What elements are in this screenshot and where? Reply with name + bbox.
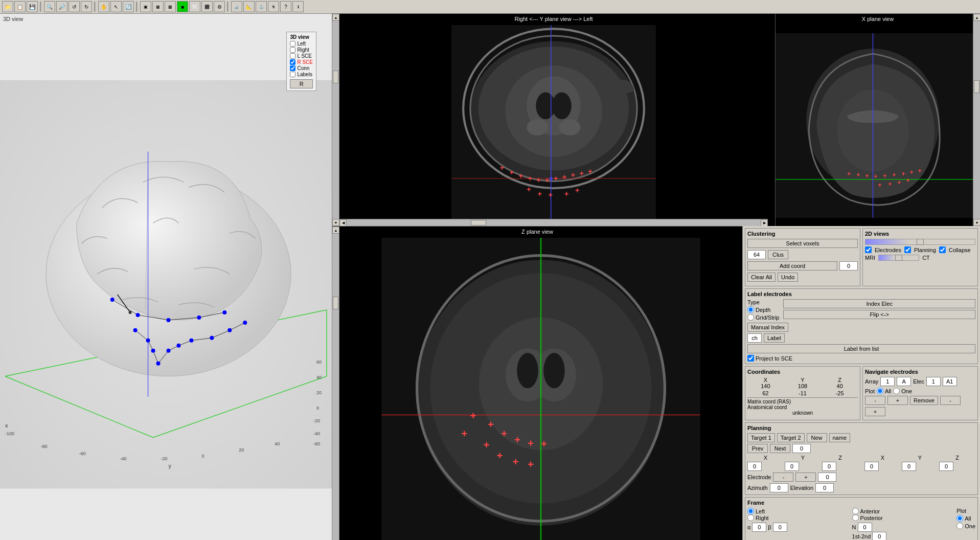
- elec-plus[interactable]: +: [795, 472, 816, 482]
- mri-slider[interactable]: [878, 255, 919, 261]
- scroll-right[interactable]: ▶: [761, 219, 768, 226]
- toolbar-btn10[interactable]: 🔄: [123, 1, 134, 12]
- elec-minus[interactable]: -: [773, 472, 793, 482]
- toolbar-btn11[interactable]: ▣: [140, 1, 151, 12]
- scroll-up-z[interactable]: ▲: [332, 227, 339, 234]
- legend-lsce-check[interactable]: [290, 53, 295, 59]
- toolbar-btn4[interactable]: 🔍: [44, 1, 55, 12]
- undo-btn[interactable]: Undo: [778, 273, 798, 282]
- toolbar-btn15[interactable]: ⬜: [189, 1, 200, 12]
- t1-x-input[interactable]: [747, 462, 762, 471]
- toolbar-open[interactable]: 📁: [2, 1, 13, 12]
- toolbar-btn5[interactable]: 🔎: [56, 1, 67, 12]
- legend-r-button[interactable]: R: [290, 79, 313, 88]
- right-frame-radio[interactable]: [747, 514, 754, 521]
- array-val-input[interactable]: [880, 377, 895, 386]
- n-input[interactable]: [858, 523, 872, 532]
- legend-conn-check[interactable]: [290, 65, 295, 71]
- planning-check[interactable]: [904, 246, 911, 253]
- add-coord-btn[interactable]: Add coord: [747, 261, 837, 271]
- nav-minus2[interactable]: -: [940, 396, 961, 405]
- scroll-down-x[interactable]: ▼: [973, 219, 980, 226]
- toolbar-btn2[interactable]: 📋: [14, 1, 26, 12]
- flip-btn[interactable]: Flip <->: [783, 310, 975, 319]
- nav-plus1[interactable]: +: [887, 396, 908, 405]
- toolbar-btn20[interactable]: ⚓: [256, 1, 267, 12]
- t2-y-input[interactable]: [902, 462, 916, 471]
- project-sce-label: Project to SCE: [756, 355, 792, 362]
- toolbar-btn7[interactable]: ↻: [81, 1, 92, 12]
- target2-btn[interactable]: Target 2: [777, 433, 805, 442]
- elec-val-input[interactable]: [926, 377, 941, 386]
- toolbar-btn12[interactable]: ▦: [152, 1, 164, 12]
- legend-right-check[interactable]: [290, 47, 295, 53]
- clus-btn[interactable]: Clus: [768, 250, 788, 259]
- toolbar-btn3[interactable]: 💾: [27, 1, 38, 12]
- toolbar-btn19[interactable]: 📐: [243, 1, 255, 12]
- gridstrip-radio[interactable]: [747, 314, 754, 321]
- scroll-down[interactable]: ▼: [332, 219, 339, 226]
- t1-z-input[interactable]: [822, 462, 836, 471]
- legend-rsce-check[interactable]: [290, 59, 295, 65]
- add-coord-input[interactable]: [839, 261, 858, 271]
- next-val-input[interactable]: [792, 444, 811, 453]
- collapse-check[interactable]: [939, 246, 946, 253]
- all-radio[interactable]: [877, 388, 883, 394]
- t2-z-input[interactable]: [939, 462, 953, 471]
- legend-conn: Conn: [290, 65, 313, 71]
- toolbar-btn9[interactable]: ↖: [110, 1, 122, 12]
- one-radio[interactable]: [893, 388, 900, 394]
- label-from-list-btn[interactable]: Label from list: [747, 344, 975, 353]
- electrode-val-input[interactable]: [818, 472, 836, 482]
- clear-all-btn[interactable]: Clear All: [747, 273, 776, 282]
- prev-btn[interactable]: Prev: [747, 444, 768, 453]
- manual-index-btn[interactable]: Manual Index: [747, 323, 788, 332]
- toolbar-btn17[interactable]: ⚙: [214, 1, 225, 12]
- elec-name-input[interactable]: [943, 377, 957, 386]
- scroll-left[interactable]: ◀: [339, 219, 347, 226]
- legend-left-check[interactable]: [290, 41, 295, 47]
- toolbar-btn18[interactable]: 🔬: [231, 1, 242, 12]
- alpha-input[interactable]: [752, 523, 766, 532]
- nav-plus2[interactable]: +: [865, 407, 885, 416]
- beta-input[interactable]: [773, 523, 787, 532]
- remove-btn[interactable]: Remove: [910, 396, 938, 405]
- depth-radio[interactable]: [747, 306, 754, 313]
- views-2d-slider[interactable]: [865, 239, 975, 245]
- toolbar-btn6[interactable]: ↺: [69, 1, 80, 12]
- toolbar-btn14[interactable]: ■: [177, 1, 188, 12]
- toolbar-btn21[interactable]: 🖱: [268, 1, 279, 12]
- array-letter-input[interactable]: [897, 377, 911, 386]
- toolbar-btn8[interactable]: ✋: [98, 1, 109, 12]
- target1-btn[interactable]: Target 1: [747, 433, 775, 442]
- nav-minus1[interactable]: -: [865, 396, 885, 405]
- index-elec-btn[interactable]: Index Elec: [783, 299, 975, 308]
- t2-x-input[interactable]: [864, 462, 879, 471]
- t1-y-input[interactable]: [785, 462, 799, 471]
- toolbar-btn23[interactable]: ℹ: [292, 1, 304, 12]
- electrodes-check[interactable]: [865, 246, 872, 253]
- first-second-input[interactable]: [872, 532, 886, 540]
- new-btn[interactable]: New: [807, 433, 827, 442]
- toolbar-btn13[interactable]: ▩: [165, 1, 176, 12]
- toolbar-btn22[interactable]: ?: [280, 1, 291, 12]
- posterior-radio[interactable]: [852, 514, 859, 521]
- svg-text:x: x: [5, 422, 8, 429]
- one-plot-radio-input[interactable]: [956, 523, 963, 529]
- all-plot-radio-input[interactable]: [956, 515, 963, 522]
- next-btn[interactable]: Next: [770, 444, 790, 453]
- name-btn[interactable]: name: [829, 433, 851, 442]
- scroll-up-x[interactable]: ▲: [973, 14, 980, 21]
- label-btn[interactable]: Label: [764, 333, 785, 343]
- select-voxels-btn[interactable]: Select voxels: [747, 239, 858, 248]
- ch-input[interactable]: [747, 333, 762, 343]
- scroll-up[interactable]: ▲: [332, 14, 339, 21]
- legend-labels-check[interactable]: [290, 72, 295, 77]
- anterior-radio[interactable]: [852, 508, 859, 514]
- toolbar-btn16[interactable]: ⬛: [201, 1, 213, 12]
- project-sce-check[interactable]: [747, 355, 754, 362]
- azimuth-input[interactable]: [770, 483, 788, 492]
- elevation-input[interactable]: [815, 483, 834, 492]
- cluster-value-input[interactable]: [747, 250, 766, 259]
- left-frame-radio[interactable]: [747, 508, 754, 514]
